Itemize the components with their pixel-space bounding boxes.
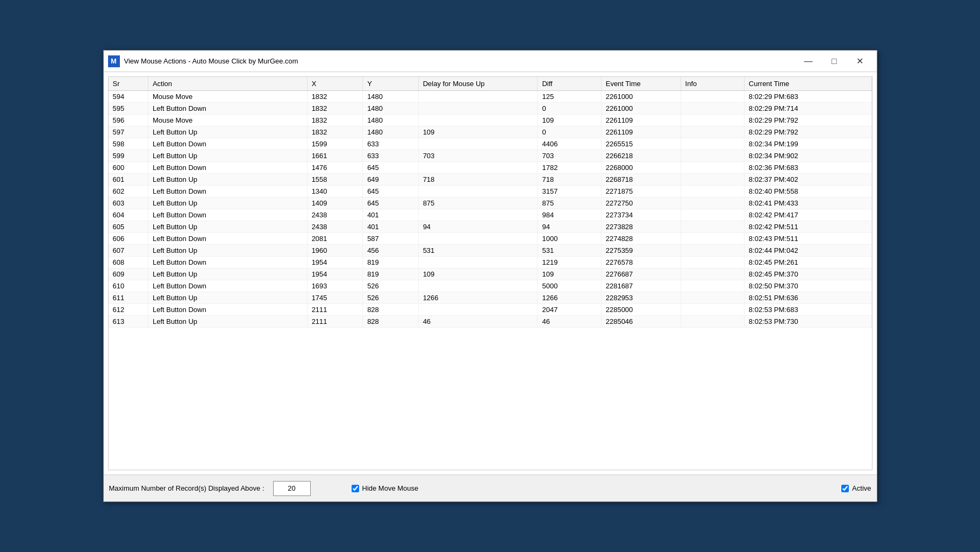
table-cell — [681, 91, 744, 103]
table-cell: 109 — [418, 126, 538, 138]
table-cell: 598 — [109, 138, 148, 150]
table-cell: 94 — [418, 221, 538, 233]
table-cell: 606 — [109, 233, 148, 245]
table-cell: Left Button Down — [148, 304, 307, 316]
table-cell: 1832 — [307, 103, 363, 115]
table-cell: 4406 — [538, 138, 601, 150]
table-cell: 531 — [418, 245, 538, 257]
table-cell: 1340 — [307, 186, 363, 197]
table-cell: 0 — [538, 103, 601, 115]
table-cell: 46 — [418, 316, 538, 328]
content-area: Sr Action X Y Delay for Mouse Up Diff Ev… — [104, 72, 877, 475]
table-cell: 703 — [418, 150, 538, 162]
table-cell: 599 — [109, 150, 148, 162]
table-cell: 875 — [538, 197, 601, 209]
table-cell: 8:02:37 PM:402 — [744, 174, 871, 186]
col-header-diff: Diff — [538, 77, 601, 91]
table-cell — [418, 280, 538, 292]
table-cell: 1832 — [307, 115, 363, 126]
table-cell: 2047 — [538, 304, 601, 316]
table-cell: 2266218 — [601, 150, 681, 162]
table-cell: 1745 — [307, 292, 363, 304]
table-cell: 8:02:34 PM:199 — [744, 138, 871, 150]
table-row: 611Left Button Up17455261266126622829538… — [109, 292, 872, 304]
col-header-event-time: Event Time — [601, 77, 681, 91]
table-row: 613Left Button Up2111828464622850468:02:… — [109, 316, 872, 328]
table-cell — [681, 174, 744, 186]
title-bar: M View Mouse Actions - Auto Mouse Click … — [104, 51, 877, 72]
table-cell: 819 — [363, 268, 419, 280]
table-cell: 8:02:44 PM:042 — [744, 245, 871, 257]
table-cell: 645 — [363, 186, 419, 197]
table-cell: 613 — [109, 316, 148, 328]
table-cell: 2081 — [307, 233, 363, 245]
table-cell: 94 — [538, 221, 601, 233]
table-cell: 633 — [363, 150, 419, 162]
table-cell: Left Button Down — [148, 233, 307, 245]
table-cell: Left Button Up — [148, 245, 307, 257]
table-cell: 875 — [418, 197, 538, 209]
table-cell: 0 — [538, 126, 601, 138]
table-cell — [681, 292, 744, 304]
table-cell: 603 — [109, 197, 148, 209]
table-cell — [681, 233, 744, 245]
table-cell: 8:02:42 PM:511 — [744, 221, 871, 233]
table-cell: 46 — [538, 316, 601, 328]
table-row: 600Left Button Down1476645178222680008:0… — [109, 162, 872, 174]
hide-move-mouse-checkbox[interactable] — [352, 485, 359, 492]
table-cell — [681, 280, 744, 292]
table-cell: 605 — [109, 221, 148, 233]
table-cell: 610 — [109, 280, 148, 292]
table-cell — [681, 115, 744, 126]
table-cell: Left Button Up — [148, 221, 307, 233]
minimize-button[interactable]: — — [796, 53, 821, 69]
table-cell: Left Button Up — [148, 126, 307, 138]
table-row: 607Left Button Up196045653153122753598:0… — [109, 245, 872, 257]
table-container[interactable]: Sr Action X Y Delay for Mouse Up Diff Ev… — [108, 76, 872, 470]
table-row: 605Left Button Up2438401949422738288:02:… — [109, 221, 872, 233]
table-cell: 2268718 — [601, 174, 681, 186]
table-cell: 1960 — [307, 245, 363, 257]
table-cell: 649 — [363, 174, 419, 186]
table-cell: 8:02:51 PM:636 — [744, 292, 871, 304]
table-cell: 8:02:45 PM:261 — [744, 257, 871, 268]
max-records-input[interactable] — [273, 481, 311, 496]
table-cell: 8:02:42 PM:417 — [744, 209, 871, 221]
table-cell: Left Button Up — [148, 197, 307, 209]
table-cell: 596 — [109, 115, 148, 126]
table-cell: 1782 — [538, 162, 601, 174]
table-cell: 609 — [109, 268, 148, 280]
table-cell: 8:02:40 PM:558 — [744, 186, 871, 197]
table-cell: Left Button Down — [148, 209, 307, 221]
table-cell: 2276687 — [601, 268, 681, 280]
table-cell — [681, 126, 744, 138]
col-header-action: Action — [148, 77, 307, 91]
col-header-sr: Sr — [109, 77, 148, 91]
table-cell: 2261109 — [601, 115, 681, 126]
table-cell: 8:02:29 PM:714 — [744, 103, 871, 115]
col-header-x: X — [307, 77, 363, 91]
table-cell: 8:02:43 PM:511 — [744, 233, 871, 245]
main-window: M View Mouse Actions - Auto Mouse Click … — [103, 50, 877, 502]
table-cell: 1558 — [307, 174, 363, 186]
table-cell: Left Button Down — [148, 103, 307, 115]
table-cell: 2275359 — [601, 245, 681, 257]
table-cell: 5000 — [538, 280, 601, 292]
table-cell: 8:02:34 PM:902 — [744, 150, 871, 162]
table-cell: 1661 — [307, 150, 363, 162]
table-cell — [681, 103, 744, 115]
max-records-label: Maximum Number of Record(s) Displayed Ab… — [109, 484, 264, 492]
table-cell: 1480 — [363, 115, 419, 126]
table-cell: 1693 — [307, 280, 363, 292]
table-cell: 600 — [109, 162, 148, 174]
table-row: 594Mouse Move1832148012522610008:02:29 P… — [109, 91, 872, 103]
table-cell: 718 — [538, 174, 601, 186]
close-button[interactable]: ✕ — [848, 53, 872, 69]
app-icon: M — [108, 55, 120, 67]
table-cell — [418, 257, 538, 268]
table-cell: Left Button Up — [148, 174, 307, 186]
table-cell: Left Button Down — [148, 257, 307, 268]
table-cell — [418, 162, 538, 174]
active-checkbox[interactable] — [841, 485, 849, 492]
maximize-button[interactable]: □ — [822, 53, 847, 69]
